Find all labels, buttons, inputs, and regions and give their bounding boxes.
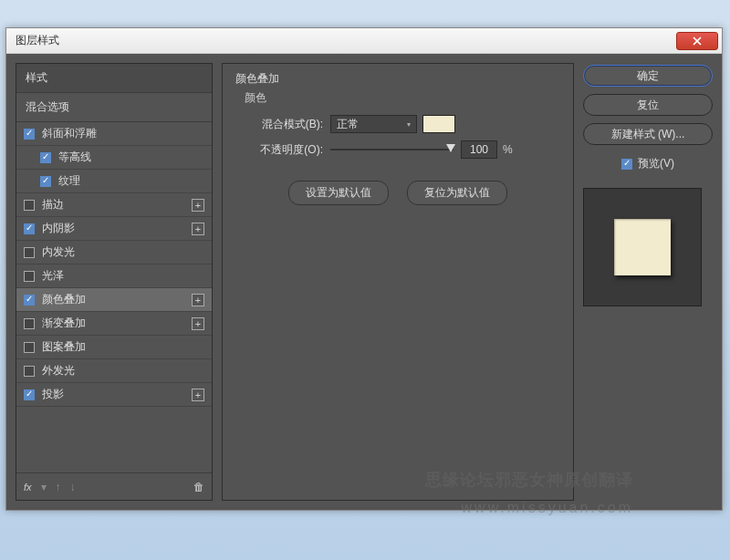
sub-title: 颜色 <box>245 90 560 106</box>
preview-swatch <box>614 219 671 275</box>
color-swatch[interactable] <box>422 115 455 133</box>
style-label: 等高线 <box>58 150 91 165</box>
style-item-color-overlay[interactable]: 颜色叠加 + <box>16 288 212 312</box>
style-item-texture[interactable]: 纹理 <box>16 170 212 193</box>
slider-thumb[interactable] <box>446 144 455 152</box>
style-list: 斜面和浮雕 等高线 纹理 描边 + 内阴影 + <box>16 122 212 472</box>
ok-button[interactable]: 确定 <box>583 65 713 87</box>
section-title: 颜色叠加 <box>235 71 560 87</box>
opacity-slider[interactable] <box>330 149 454 150</box>
preview-checkbox[interactable] <box>621 159 632 170</box>
reset-default-button[interactable]: 复位为默认值 <box>407 181 507 205</box>
dialog-title: 图层样式 <box>16 33 676 48</box>
opacity-row: 不透明度(O): % <box>235 140 560 159</box>
watermark-url: www.missyuan.com <box>462 500 633 516</box>
blend-mode-value: 正常 <box>337 117 359 132</box>
style-item-satin[interactable]: 光泽 <box>16 264 212 288</box>
checkbox-drop-shadow[interactable] <box>24 389 35 400</box>
style-toolbar: fx ▾ ↑ ↓ 🗑 <box>16 472 212 500</box>
checkbox-bevel[interactable] <box>24 129 35 140</box>
plus-icon[interactable]: + <box>192 294 204 306</box>
blend-mode-select[interactable]: 正常 ▾ <box>330 115 417 133</box>
chevron-down-icon[interactable]: ▾ <box>41 481 47 493</box>
checkbox-gradient-overlay[interactable] <box>24 318 35 329</box>
checkbox-satin[interactable] <box>24 271 35 282</box>
settings-panel: 颜色叠加 颜色 混合模式(B): 正常 ▾ 不透明度(O): <box>222 63 574 501</box>
watermark-text: 思缘论坛邪恶女神原创翻译 <box>425 469 633 491</box>
preview-box <box>583 188 702 306</box>
checkbox-outer-glow[interactable] <box>24 366 35 377</box>
style-label: 颜色叠加 <box>42 292 86 307</box>
close-icon <box>693 36 702 46</box>
style-label: 投影 <box>42 387 64 402</box>
titlebar: 图层样式 <box>6 28 722 54</box>
style-label: 图案叠加 <box>42 339 86 355</box>
style-item-outer-glow[interactable]: 外发光 <box>16 359 212 383</box>
checkbox-inner-shadow[interactable] <box>24 223 35 234</box>
checkbox-color-overlay[interactable] <box>24 295 35 306</box>
styles-panel: 样式 混合选项 斜面和浮雕 等高线 纹理 描边 + <box>16 63 213 501</box>
trash-icon[interactable]: 🗑 <box>193 481 204 493</box>
blend-mode-row: 混合模式(B): 正常 ▾ <box>235 115 560 133</box>
style-label: 内阴影 <box>42 221 75 236</box>
layer-style-dialog: 图层样式 样式 混合选项 斜面和浮雕 等高线 纹理 <box>5 27 723 511</box>
opacity-input[interactable] <box>461 140 497 159</box>
checkbox-stroke[interactable] <box>24 200 35 211</box>
dialog-content: 样式 混合选项 斜面和浮雕 等高线 纹理 描边 + <box>6 54 722 510</box>
style-item-stroke[interactable]: 描边 + <box>16 193 212 217</box>
style-item-inner-glow[interactable]: 内发光 <box>16 241 212 264</box>
style-label: 光泽 <box>42 268 64 284</box>
chevron-down-icon: ▾ <box>407 120 411 129</box>
style-label: 内发光 <box>42 244 75 260</box>
reset-button[interactable]: 复位 <box>583 94 713 116</box>
opacity-label: 不透明度(O): <box>235 142 330 158</box>
style-item-gradient-overlay[interactable]: 渐变叠加 + <box>16 312 212 336</box>
arrow-down-icon[interactable]: ↓ <box>70 481 76 493</box>
style-item-inner-shadow[interactable]: 内阴影 + <box>16 217 212 241</box>
style-item-drop-shadow[interactable]: 投影 + <box>16 383 212 407</box>
style-label: 纹理 <box>58 173 80 189</box>
set-default-button[interactable]: 设置为默认值 <box>288 181 389 205</box>
blend-options-row[interactable]: 混合选项 <box>16 93 212 122</box>
checkbox-inner-glow[interactable] <box>24 247 35 258</box>
arrow-up-icon[interactable]: ↑ <box>56 481 61 493</box>
style-label: 斜面和浮雕 <box>42 126 97 141</box>
fx-menu[interactable]: fx <box>24 482 32 493</box>
action-panel: 确定 复位 新建样式 (W)... 预览(V) <box>583 63 713 501</box>
checkbox-contour[interactable] <box>40 152 51 163</box>
plus-icon[interactable]: + <box>192 223 204 235</box>
preview-toggle-row: 预览(V) <box>583 156 713 171</box>
blend-mode-label: 混合模式(B): <box>235 117 330 132</box>
checkbox-pattern-overlay[interactable] <box>24 342 35 353</box>
close-button[interactable] <box>676 32 718 50</box>
style-label: 描边 <box>42 197 64 213</box>
plus-icon[interactable]: + <box>192 389 204 401</box>
default-buttons: 设置为默认值 复位为默认值 <box>235 181 560 205</box>
plus-icon[interactable]: + <box>192 317 204 330</box>
style-item-bevel[interactable]: 斜面和浮雕 <box>16 122 212 146</box>
new-style-button[interactable]: 新建样式 (W)... <box>583 123 713 145</box>
styles-header: 样式 <box>16 64 212 93</box>
style-label: 渐变叠加 <box>42 316 86 331</box>
opacity-unit: % <box>503 143 513 156</box>
style-label: 外发光 <box>42 363 75 379</box>
checkbox-texture[interactable] <box>40 176 51 187</box>
preview-label: 预览(V) <box>638 156 674 171</box>
style-item-contour[interactable]: 等高线 <box>16 146 212 170</box>
style-item-pattern-overlay[interactable]: 图案叠加 <box>16 336 212 359</box>
plus-icon[interactable]: + <box>192 199 204 212</box>
